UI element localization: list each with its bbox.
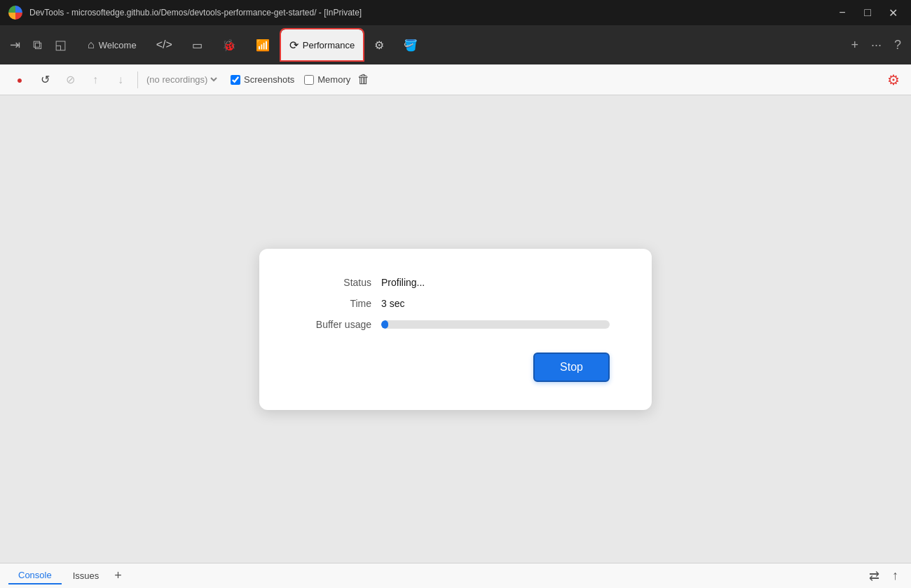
screenshots-label: Screenshots — [244, 74, 294, 85]
tab-sources[interactable]: 🐞 — [214, 29, 245, 60]
application-icon: 🪣 — [404, 39, 418, 52]
maximize-button[interactable]: □ — [858, 3, 877, 22]
buffer-bar-fill — [381, 320, 388, 329]
tab-elements[interactable]: </> — [148, 29, 181, 60]
tab-application[interactable]: 🪣 — [395, 29, 426, 60]
bottom-tab-issues[interactable]: Issues — [63, 568, 109, 584]
tab-memory[interactable]: ⚙ — [366, 29, 392, 60]
main-content-area: Status Profiling... Time 3 sec Buffer us… — [0, 95, 911, 563]
memory-checkbox[interactable] — [304, 75, 314, 85]
console-panel-icon: ▭ — [192, 39, 203, 52]
new-tab-icon[interactable]: ⧉ — [29, 35, 46, 55]
profiling-status-card: Status Profiling... Time 3 sec Buffer us… — [259, 249, 652, 410]
tab-welcome-label: Welcome — [99, 40, 137, 50]
memory-label: Memory — [317, 74, 350, 85]
undock-icon[interactable]: ⇄ — [865, 567, 884, 585]
minimize-button[interactable]: − — [833, 3, 852, 22]
sources-icon: 🐞 — [222, 39, 236, 52]
tab-bar-nav: ⇥ ⧉ ◱ — [6, 34, 71, 55]
tab-welcome[interactable]: ⌂ Welcome — [79, 29, 145, 60]
memory-checkbox-label[interactable]: Memory — [304, 74, 350, 85]
bottom-tab-console[interactable]: Console — [8, 567, 62, 584]
status-row: Status Profiling... — [294, 277, 610, 288]
add-tab-icon[interactable]: + — [847, 35, 863, 55]
status-label: Status — [294, 277, 371, 288]
stop-button[interactable]: Stop — [533, 353, 610, 382]
tab-network[interactable]: 📶 — [247, 29, 278, 60]
elements-icon: </> — [156, 39, 172, 51]
window-controls: − □ ✕ — [833, 3, 903, 22]
performance-toolbar: ● ↺ ⊘ ↑ ↓ (no recordings) Screenshots Me… — [0, 64, 911, 95]
bottom-tab-bar: Console Issues + ⇄ ↑ — [0, 563, 911, 588]
recordings-select-group: (no recordings) — [144, 74, 219, 86]
welcome-icon: ⌂ — [88, 39, 95, 51]
time-label: Time — [294, 298, 371, 309]
tab-performance[interactable]: ⟳ Performance — [281, 29, 363, 60]
close-button[interactable]: ✕ — [883, 3, 903, 22]
more-options-icon[interactable]: ··· — [867, 35, 886, 55]
bottom-actions: ⇄ ↑ — [865, 567, 903, 585]
buffer-bar-container — [381, 320, 610, 329]
stop-button-row: Stop — [294, 353, 610, 382]
help-icon[interactable]: ? — [890, 35, 905, 55]
recordings-select[interactable]: (no recordings) — [144, 74, 219, 86]
time-value: 3 sec — [381, 298, 404, 309]
window-title: DevTools - microsoftedge.github.io/Demos… — [29, 8, 826, 18]
buffer-row: Buffer usage — [294, 319, 610, 330]
settings-button[interactable]: ⚙ — [884, 69, 903, 91]
memory-icon: ⚙ — [374, 39, 384, 52]
add-bottom-tab-button[interactable]: + — [110, 567, 126, 584]
import-button[interactable]: ↓ — [109, 69, 132, 91]
toolbar-separator — [137, 71, 138, 88]
network-icon: 📶 — [256, 39, 270, 52]
record-button[interactable]: ● — [8, 69, 31, 91]
tab-bar-actions: + ··· ? — [847, 35, 905, 55]
stop-profiling-button[interactable]: ⊘ — [59, 69, 81, 91]
toggle-drawer-icon[interactable]: ⇥ — [6, 34, 25, 55]
export-button[interactable]: ↑ — [84, 69, 107, 91]
status-value: Profiling... — [381, 277, 425, 288]
buffer-label: Buffer usage — [294, 319, 371, 330]
issues-tab-label: Issues — [73, 570, 100, 581]
time-row: Time 3 sec — [294, 298, 610, 309]
screenshots-checkbox-label[interactable]: Screenshots — [231, 74, 294, 85]
tab-console-panel[interactable]: ▭ — [184, 29, 211, 60]
toggle-sidebar-icon[interactable]: ◱ — [50, 34, 71, 55]
devtools-tab-bar: ⇥ ⧉ ◱ ⌂ Welcome </> ▭ 🐞 📶 ⟳ Performance … — [0, 25, 911, 64]
title-bar: DevTools - microsoftedge.github.io/Demos… — [0, 0, 911, 25]
split-icon[interactable]: ↑ — [888, 567, 903, 585]
refresh-button[interactable]: ↺ — [34, 69, 56, 91]
toolbar-options: Screenshots Memory — [231, 74, 350, 85]
tab-performance-label: Performance — [303, 40, 355, 50]
delete-recordings-button[interactable]: 🗑 — [353, 69, 374, 90]
edge-logo-icon — [8, 6, 22, 20]
screenshots-checkbox[interactable] — [231, 75, 240, 85]
console-tab-label: Console — [18, 570, 52, 580]
performance-icon: ⟳ — [289, 39, 299, 52]
